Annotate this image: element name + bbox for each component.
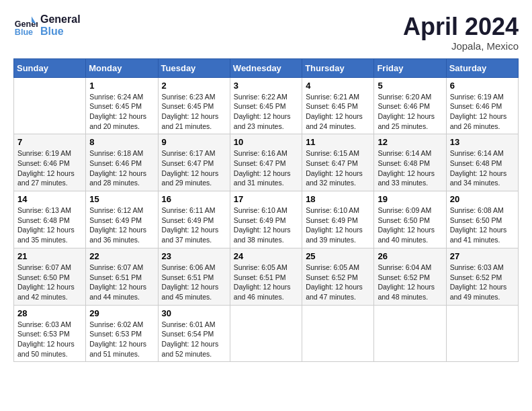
day-number: 12 [378, 137, 442, 147]
calendar-cell [230, 305, 302, 362]
day-info: Sunrise: 6:17 AM Sunset: 6:47 PM Dayligh… [162, 148, 226, 188]
day-info: Sunrise: 6:03 AM Sunset: 6:52 PM Dayligh… [450, 263, 515, 302]
calendar-cell: 12Sunrise: 6:14 AM Sunset: 6:48 PM Dayli… [374, 134, 446, 191]
calendar-cell: 2Sunrise: 6:23 AM Sunset: 6:45 PM Daylig… [158, 77, 230, 134]
svg-text:Blue: Blue [15, 28, 33, 37]
day-number: 26 [378, 251, 442, 261]
day-number: 13 [450, 137, 515, 147]
calendar-cell: 30Sunrise: 6:01 AM Sunset: 6:54 PM Dayli… [158, 305, 230, 362]
day-info: Sunrise: 6:04 AM Sunset: 6:52 PM Dayligh… [378, 263, 442, 302]
day-number: 24 [234, 251, 298, 261]
calendar-cell: 11Sunrise: 6:15 AM Sunset: 6:47 PM Dayli… [302, 134, 374, 191]
day-info: Sunrise: 6:05 AM Sunset: 6:52 PM Dayligh… [306, 263, 370, 302]
day-number: 2 [162, 81, 226, 91]
calendar-cell [14, 77, 86, 134]
day-info: Sunrise: 6:06 AM Sunset: 6:51 PM Dayligh… [162, 263, 226, 302]
day-number: 6 [450, 81, 515, 91]
day-number: 9 [162, 137, 226, 147]
calendar-cell: 20Sunrise: 6:08 AM Sunset: 6:50 PM Dayli… [446, 191, 518, 248]
month-title: April 2024 [403, 13, 519, 40]
day-info: Sunrise: 6:18 AM Sunset: 6:46 PM Dayligh… [89, 148, 154, 188]
day-number: 8 [89, 137, 154, 147]
calendar-cell: 24Sunrise: 6:05 AM Sunset: 6:51 PM Dayli… [230, 248, 302, 305]
day-info: Sunrise: 6:23 AM Sunset: 6:45 PM Dayligh… [162, 92, 226, 132]
weekday-header-friday: Friday [374, 58, 446, 77]
calendar-cell: 13Sunrise: 6:14 AM Sunset: 6:48 PM Dayli… [446, 134, 518, 191]
calendar-week-4: 21Sunrise: 6:07 AM Sunset: 6:50 PM Dayli… [14, 248, 519, 305]
day-number: 22 [89, 251, 154, 261]
day-number: 5 [378, 81, 442, 91]
weekday-header-sunday: Sunday [14, 58, 86, 77]
title-block: April 2024 Jopala, Mexico [403, 13, 519, 52]
day-info: Sunrise: 6:11 AM Sunset: 6:49 PM Dayligh… [162, 205, 226, 245]
day-number: 20 [450, 194, 515, 204]
weekday-header-row: SundayMondayTuesdayWednesdayThursdayFrid… [14, 58, 519, 77]
day-number: 25 [306, 251, 370, 261]
day-info: Sunrise: 6:16 AM Sunset: 6:47 PM Dayligh… [234, 148, 298, 188]
calendar-week-5: 28Sunrise: 6:03 AM Sunset: 6:53 PM Dayli… [14, 305, 519, 362]
calendar-cell: 28Sunrise: 6:03 AM Sunset: 6:53 PM Dayli… [14, 305, 86, 362]
weekday-header-tuesday: Tuesday [158, 58, 230, 77]
calendar-cell: 29Sunrise: 6:02 AM Sunset: 6:53 PM Dayli… [86, 305, 158, 362]
day-info: Sunrise: 6:24 AM Sunset: 6:45 PM Dayligh… [89, 92, 154, 132]
day-number: 30 [162, 308, 226, 318]
day-number: 11 [306, 137, 370, 147]
day-info: Sunrise: 6:19 AM Sunset: 6:46 PM Dayligh… [450, 92, 515, 132]
day-info: Sunrise: 6:10 AM Sunset: 6:49 PM Dayligh… [234, 205, 298, 245]
day-info: Sunrise: 6:08 AM Sunset: 6:50 PM Dayligh… [450, 205, 515, 245]
calendar-cell: 27Sunrise: 6:03 AM Sunset: 6:52 PM Dayli… [446, 248, 518, 305]
day-number: 4 [306, 81, 370, 91]
calendar-cell: 15Sunrise: 6:12 AM Sunset: 6:49 PM Dayli… [86, 191, 158, 248]
location: Jopala, Mexico [403, 40, 519, 52]
calendar-week-2: 7Sunrise: 6:19 AM Sunset: 6:46 PM Daylig… [14, 134, 519, 191]
calendar-cell: 21Sunrise: 6:07 AM Sunset: 6:50 PM Dayli… [14, 248, 86, 305]
day-info: Sunrise: 6:12 AM Sunset: 6:49 PM Dayligh… [89, 205, 154, 245]
weekday-header-thursday: Thursday [302, 58, 374, 77]
day-info: Sunrise: 6:10 AM Sunset: 6:49 PM Dayligh… [306, 205, 370, 245]
calendar-cell: 23Sunrise: 6:06 AM Sunset: 6:51 PM Dayli… [158, 248, 230, 305]
day-info: Sunrise: 6:13 AM Sunset: 6:48 PM Dayligh… [17, 205, 82, 245]
day-number: 29 [89, 308, 154, 318]
calendar-cell: 6Sunrise: 6:19 AM Sunset: 6:46 PM Daylig… [446, 77, 518, 134]
day-number: 14 [17, 194, 82, 204]
day-number: 1 [89, 81, 154, 91]
day-info: Sunrise: 6:07 AM Sunset: 6:50 PM Dayligh… [17, 263, 82, 302]
calendar-cell: 18Sunrise: 6:10 AM Sunset: 6:49 PM Dayli… [302, 191, 374, 248]
day-info: Sunrise: 6:09 AM Sunset: 6:50 PM Dayligh… [378, 205, 442, 245]
day-info: Sunrise: 6:01 AM Sunset: 6:54 PM Dayligh… [162, 320, 226, 359]
day-number: 3 [234, 81, 298, 91]
logo-icon: General Blue [13, 13, 38, 38]
day-number: 16 [162, 194, 226, 204]
day-info: Sunrise: 6:15 AM Sunset: 6:47 PM Dayligh… [306, 148, 370, 188]
calendar-cell: 5Sunrise: 6:20 AM Sunset: 6:46 PM Daylig… [374, 77, 446, 134]
calendar-cell: 9Sunrise: 6:17 AM Sunset: 6:47 PM Daylig… [158, 134, 230, 191]
weekday-header-saturday: Saturday [446, 58, 518, 77]
calendar-cell: 4Sunrise: 6:21 AM Sunset: 6:45 PM Daylig… [302, 77, 374, 134]
logo-general: General [40, 13, 81, 26]
day-number: 19 [378, 194, 442, 204]
day-info: Sunrise: 6:14 AM Sunset: 6:48 PM Dayligh… [378, 148, 442, 188]
calendar-cell: 14Sunrise: 6:13 AM Sunset: 6:48 PM Dayli… [14, 191, 86, 248]
logo-blue: Blue [40, 26, 81, 38]
day-info: Sunrise: 6:03 AM Sunset: 6:53 PM Dayligh… [17, 320, 82, 359]
calendar-week-3: 14Sunrise: 6:13 AM Sunset: 6:48 PM Dayli… [14, 191, 519, 248]
calendar-cell [302, 305, 374, 362]
day-number: 10 [234, 137, 298, 147]
calendar-table: SundayMondayTuesdayWednesdayThursdayFrid… [13, 58, 519, 363]
calendar-cell: 8Sunrise: 6:18 AM Sunset: 6:46 PM Daylig… [86, 134, 158, 191]
day-info: Sunrise: 6:14 AM Sunset: 6:48 PM Dayligh… [450, 148, 515, 188]
day-number: 15 [89, 194, 154, 204]
calendar-cell: 3Sunrise: 6:22 AM Sunset: 6:45 PM Daylig… [230, 77, 302, 134]
calendar-cell: 22Sunrise: 6:07 AM Sunset: 6:51 PM Dayli… [86, 248, 158, 305]
day-info: Sunrise: 6:20 AM Sunset: 6:46 PM Dayligh… [378, 92, 442, 132]
calendar-cell: 7Sunrise: 6:19 AM Sunset: 6:46 PM Daylig… [14, 134, 86, 191]
calendar-week-1: 1Sunrise: 6:24 AM Sunset: 6:45 PM Daylig… [14, 77, 519, 134]
day-info: Sunrise: 6:19 AM Sunset: 6:46 PM Dayligh… [17, 148, 82, 188]
page-header: General Blue General Blue April 2024 Jop… [13, 13, 519, 52]
day-info: Sunrise: 6:07 AM Sunset: 6:51 PM Dayligh… [89, 263, 154, 302]
day-number: 28 [17, 308, 82, 318]
day-number: 18 [306, 194, 370, 204]
calendar-cell: 25Sunrise: 6:05 AM Sunset: 6:52 PM Dayli… [302, 248, 374, 305]
day-number: 27 [450, 251, 515, 261]
calendar-cell: 10Sunrise: 6:16 AM Sunset: 6:47 PM Dayli… [230, 134, 302, 191]
